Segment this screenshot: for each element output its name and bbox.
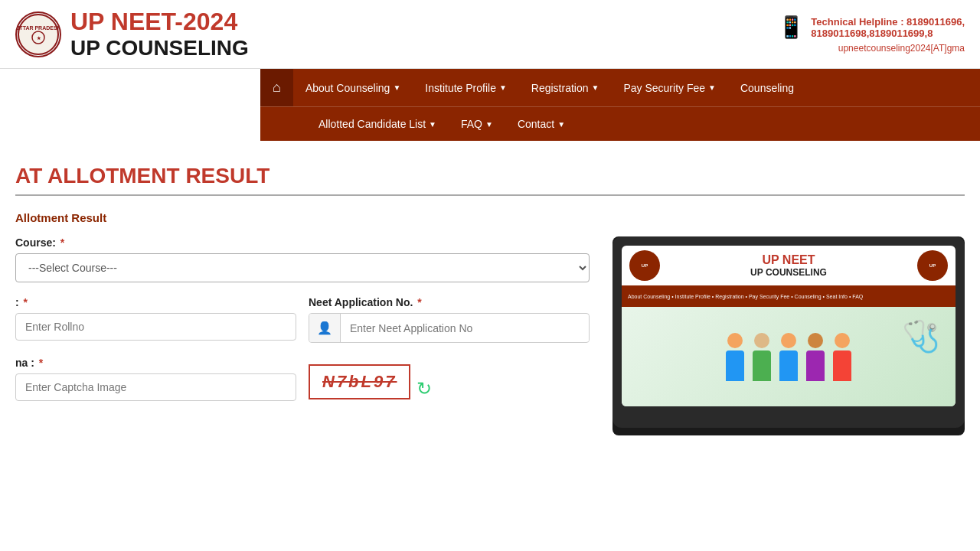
captcha-image-box: N7bL97 xyxy=(309,364,410,399)
main-content: AT ALLOTMENT RESULT Allotment Result Cou… xyxy=(0,141,980,451)
tablet-title-sub: UP COUNSELING xyxy=(750,267,827,278)
nav-about-counseling[interactable]: About Counseling ▼ xyxy=(293,71,413,105)
course-group: Course: * ---Select Course--- xyxy=(15,236,590,282)
title-main: UP NEET-2024 xyxy=(70,8,249,36)
nav-allotted-candidate-list[interactable]: Allotted Candidate List ▼ xyxy=(306,107,449,141)
faq-arrow: ▼ xyxy=(485,120,493,129)
tablet-title: UP NEET UP COUNSELING xyxy=(750,253,827,278)
figure-2 xyxy=(750,333,773,381)
allotted-candidate-list-arrow: ▼ xyxy=(429,120,436,129)
captcha-input-col: na : * xyxy=(15,357,296,401)
tablet-emblem-right: UP xyxy=(917,250,948,281)
page-header: UTTAR PRADESH ★ UP NEET-2024 UP COUNSELI… xyxy=(0,0,980,69)
figure-3 xyxy=(777,333,800,381)
captcha-row: na : * N7bL97 ↻ xyxy=(15,357,590,401)
svg-text:UTTAR PRADESH: UTTAR PRADESH xyxy=(17,25,60,31)
tablet-title-main: UP NEET xyxy=(750,253,827,267)
header-right: 📱 Technical Helpline : 8189011696, 81890… xyxy=(778,15,965,54)
header-left: UTTAR PRADESH ★ UP NEET-2024 UP COUNSELI… xyxy=(15,8,249,60)
neet-app-input-wrapper: 👤 xyxy=(309,313,590,343)
tablet-screen: UP UP NEET UP COUNSELING UP About Counse… xyxy=(622,246,956,406)
helpline-numbers: 8189011698,8189011699,8 xyxy=(811,28,965,39)
captcha-label: na : * xyxy=(15,357,296,369)
rollno-neet-row: : * Neet Application No. * 👤 xyxy=(15,296,590,343)
home-icon: ⌂ xyxy=(273,80,281,96)
nav-bar-row2: Allotted Candidate List ▼ FAQ ▼ Contact … xyxy=(260,106,980,141)
course-select[interactable]: ---Select Course--- xyxy=(15,253,590,282)
nav-institute-profile[interactable]: Institute Profile ▼ xyxy=(413,71,519,105)
rollno-col: : * xyxy=(15,296,296,343)
nav-faq[interactable]: FAQ ▼ xyxy=(449,107,505,141)
divider xyxy=(15,194,965,196)
captcha-required: * xyxy=(39,357,43,369)
neet-app-input[interactable] xyxy=(341,315,589,341)
tablet-nav-text: About Counseling • Institute Profile • R… xyxy=(628,294,863,299)
course-required: * xyxy=(60,236,64,249)
captcha-display-col: N7bL97 ↻ xyxy=(309,357,590,401)
nav-counseling[interactable]: Counseling xyxy=(728,71,806,105)
refresh-icon: ↻ xyxy=(416,378,432,399)
tablet-image-area: 🩺 xyxy=(622,307,956,406)
rollno-required: * xyxy=(24,296,28,308)
figure-4 xyxy=(804,333,827,381)
helpline-row: 📱 Technical Helpline : 8189011696, 81890… xyxy=(778,15,965,40)
figure-5 xyxy=(831,333,854,381)
course-label: Course: * xyxy=(15,236,590,249)
institute-profile-arrow: ▼ xyxy=(499,83,507,92)
figure-1 xyxy=(724,333,746,381)
pay-security-fee-arrow: ▼ xyxy=(708,83,716,92)
phone-icon: 📱 xyxy=(778,15,805,40)
svg-point-0 xyxy=(18,15,58,54)
rollno-input[interactable] xyxy=(15,313,296,341)
email-text: upneetcounseling2024[AT]gma xyxy=(838,43,965,54)
user-icon: 👤 xyxy=(309,314,341,342)
form-section: Course: * ---Select Course--- : * xyxy=(15,236,965,435)
home-button[interactable]: ⌂ xyxy=(260,69,293,106)
captcha-input[interactable] xyxy=(15,373,296,401)
nav-bar-row1: ⌂ About Counseling ▼ Institute Profile ▼… xyxy=(260,69,980,106)
section-label: Allotment Result xyxy=(15,211,965,224)
neet-app-label: Neet Application No. * xyxy=(309,296,590,308)
registration-arrow: ▼ xyxy=(592,83,599,92)
tablet-nav-bar: About Counseling • Institute Profile • R… xyxy=(622,285,956,307)
rollno-label: : * xyxy=(15,296,296,308)
nav-registration[interactable]: Registration ▼ xyxy=(519,71,612,105)
contact-arrow: ▼ xyxy=(557,120,565,129)
nav-contact[interactable]: Contact ▼ xyxy=(505,107,577,141)
stethoscope-icon: 🩺 xyxy=(902,318,940,354)
captcha-refresh-button[interactable]: ↻ xyxy=(416,378,432,399)
tablet-mockup: UP UP NEET UP COUNSELING UP About Counse… xyxy=(612,236,965,428)
helpline-text: Technical Helpline : 8189011696, xyxy=(811,16,965,28)
page-title: AT ALLOTMENT RESULT xyxy=(15,164,965,188)
neet-app-required: * xyxy=(417,296,421,308)
title-sub: UP COUNSELING xyxy=(70,36,249,60)
nav-pay-security-fee[interactable]: Pay Security Fee ▼ xyxy=(611,71,728,105)
captcha-code: N7bL97 xyxy=(322,372,397,391)
tablet-mockup-panel: UP UP NEET UP COUNSELING UP About Counse… xyxy=(612,236,965,435)
nav-container: ⌂ About Counseling ▼ Institute Profile ▼… xyxy=(260,69,980,141)
form-left: Course: * ---Select Course--- : * xyxy=(15,236,590,415)
about-counseling-arrow: ▼ xyxy=(393,83,400,92)
site-title: UP NEET-2024 UP COUNSELING xyxy=(70,8,249,60)
logo: UTTAR PRADESH ★ xyxy=(15,11,61,57)
neet-app-col: Neet Application No. * 👤 xyxy=(309,296,590,343)
tablet-logo-row: UP UP NEET UP COUNSELING UP xyxy=(622,246,956,285)
doctor-figures xyxy=(724,333,854,381)
tablet-emblem-left: UP xyxy=(629,250,660,281)
